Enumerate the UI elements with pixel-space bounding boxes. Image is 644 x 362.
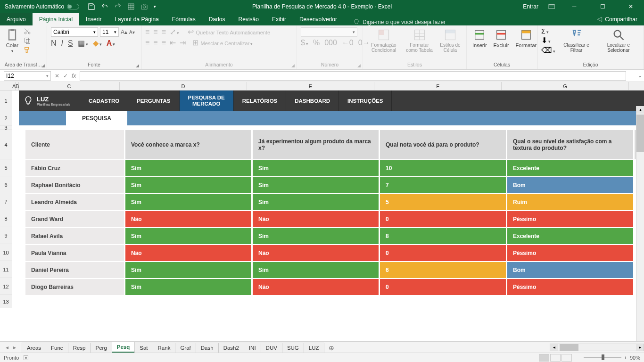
align-top-icon[interactable]: ≡ xyxy=(145,28,149,36)
cell-q2[interactable]: Sim xyxy=(253,176,380,193)
zoom-level[interactable]: 90% xyxy=(630,355,640,361)
cell-q4[interactable]: Excelente xyxy=(507,159,635,176)
spreadsheet-grid[interactable]: 12345678910111213 LUZPlanilhas Empresari… xyxy=(0,90,644,329)
ribbon-tab-layout-da-página[interactable]: Layout da Página xyxy=(108,13,165,25)
cell-client[interactable]: Rafael Avila xyxy=(25,227,125,244)
ribbon-tab-desenvolvedor[interactable]: Desenvolvedor xyxy=(293,13,344,25)
row-header-8[interactable]: 8 xyxy=(0,210,12,227)
cell-q3[interactable]: 10 xyxy=(380,159,507,176)
cell-q1[interactable]: Não xyxy=(125,210,253,227)
cell-q3[interactable]: 8 xyxy=(380,227,507,244)
tab-scroll-left-icon[interactable]: ◂ xyxy=(4,344,10,351)
row-header-11[interactable]: 11 xyxy=(0,261,12,278)
sheet-tab-pesq[interactable]: Pesq xyxy=(112,342,135,353)
cell-q1[interactable]: Sim xyxy=(125,261,253,278)
copy-icon[interactable] xyxy=(24,37,31,44)
align-right-icon[interactable]: ≡ xyxy=(162,39,166,47)
cell-q1[interactable]: Sim xyxy=(125,176,253,193)
comma-format-icon[interactable]: 000 xyxy=(324,39,337,47)
cell-q4[interactable]: Péssimo xyxy=(507,210,635,227)
number-dialog-launcher[interactable]: ◢ xyxy=(356,63,362,68)
cell-q1[interactable]: Sim xyxy=(125,227,253,244)
row-header-6[interactable]: 6 xyxy=(0,176,12,193)
expand-formula-bar-icon[interactable]: ⌄ xyxy=(636,73,644,78)
cell-q2[interactable]: Não xyxy=(253,210,380,227)
cell-q4[interactable]: Péssimo xyxy=(507,278,635,295)
align-center-icon[interactable]: ≡ xyxy=(153,39,157,47)
cell-q2[interactable]: Não xyxy=(253,244,380,261)
clipboard-dialog-launcher[interactable]: ◢ xyxy=(40,63,46,68)
border-button[interactable]: ▦ xyxy=(78,39,88,48)
sheetnav-instruções[interactable]: INSTRUÇÕES xyxy=(339,90,392,111)
cell-q4[interactable]: Ruim xyxy=(507,193,635,210)
alignment-dialog-launcher[interactable]: ◢ xyxy=(290,63,296,68)
col-header-a[interactable]: A xyxy=(12,82,16,90)
cell-q4[interactable]: Péssimo xyxy=(507,244,635,261)
sheet-tab-perg[interactable]: Perg xyxy=(90,343,112,353)
number-format-combo[interactable]: ▾ xyxy=(301,27,357,37)
cell-client[interactable]: Paula Vianna xyxy=(25,244,125,261)
scroll-right-icon[interactable]: ▸ xyxy=(636,344,644,351)
vertical-scrollbar[interactable]: ▴ xyxy=(636,106,644,341)
autosum-button[interactable]: Σ xyxy=(541,27,555,35)
macro-recorder-icon[interactable] xyxy=(23,354,29,361)
find-select-button[interactable]: Localizar e Selecionar xyxy=(597,27,640,54)
minimize-button[interactable]: ─ xyxy=(565,0,584,13)
maximize-button[interactable]: ☐ xyxy=(593,0,612,13)
sheet-tab-rank[interactable]: Rank xyxy=(153,343,176,353)
col-header-c[interactable]: C xyxy=(19,82,120,90)
cell-q1[interactable]: Não xyxy=(125,244,253,261)
cell-q4[interactable]: Excelente xyxy=(507,227,635,244)
zoom-in-button[interactable]: + xyxy=(624,355,627,361)
undo-icon[interactable] xyxy=(101,3,108,10)
row-header-5[interactable]: 5 xyxy=(0,159,12,176)
font-name-combo[interactable]: Calibri▾ xyxy=(51,27,98,37)
cell-client[interactable]: Leandro Almeida xyxy=(25,193,125,210)
name-box[interactable]: I12▾ xyxy=(4,71,51,81)
cell-q4[interactable]: Bom xyxy=(507,261,635,278)
ribbon-tab-dados[interactable]: Dados xyxy=(202,13,232,25)
underline-button[interactable]: S xyxy=(68,39,73,48)
cut-icon[interactable] xyxy=(24,27,31,35)
sheet-tab-luz[interactable]: LUZ xyxy=(304,343,324,353)
cell-q3[interactable]: 7 xyxy=(380,176,507,193)
col-header-b[interactable]: B xyxy=(16,82,19,90)
percent-format-icon[interactable]: % xyxy=(313,39,320,47)
row-header-7[interactable]: 7 xyxy=(0,193,12,210)
scroll-left-icon[interactable]: ◂ xyxy=(550,344,558,351)
cell-q2[interactable]: Sim xyxy=(253,261,380,278)
save-icon[interactable] xyxy=(88,3,95,10)
fill-button[interactable]: ⬇ xyxy=(541,36,555,45)
sheetnav-cadastro[interactable]: CADASTRO xyxy=(80,90,128,111)
cell-q3[interactable]: 5 xyxy=(380,193,507,210)
align-left-icon[interactable]: ≡ xyxy=(145,39,149,47)
sheet-tab-resp[interactable]: Resp xyxy=(68,343,91,353)
cell-client[interactable]: Daniel Pereira xyxy=(25,261,125,278)
decrease-font-icon[interactable]: A▾ xyxy=(129,30,135,35)
insert-cells-button[interactable]: Inserir xyxy=(471,27,489,49)
sheetnav-perguntas[interactable]: PERGUNTAS xyxy=(128,90,179,111)
cell-q2[interactable]: Sim xyxy=(253,227,380,244)
fx-icon[interactable]: fx xyxy=(72,73,76,79)
sheet-tab-duv[interactable]: DUV xyxy=(261,343,282,353)
sheet-tab-sug[interactable]: SUG xyxy=(282,343,304,353)
hscroll-thumb[interactable] xyxy=(560,344,578,351)
file-tab[interactable]: Arquivo xyxy=(0,13,33,25)
cell-q1[interactable]: Sim xyxy=(125,159,253,176)
ribbon-tab-exibir[interactable]: Exibir xyxy=(265,13,293,25)
align-middle-icon[interactable]: ≡ xyxy=(153,28,157,36)
format-painter-icon[interactable] xyxy=(24,46,31,54)
cell-client[interactable]: Raphael Bonifácio xyxy=(25,176,125,193)
orientation-icon[interactable]: ⤢ xyxy=(170,27,179,36)
increase-indent-icon[interactable]: ⇥ xyxy=(180,38,186,47)
sheetnav-pesquisa-de-mercado[interactable]: PESQUISA DEMERCADO xyxy=(180,90,234,111)
conditional-formatting-button[interactable]: Formatação Condicional xyxy=(367,27,401,54)
sheetnav-relatórios[interactable]: RELATÓRIOS xyxy=(234,90,287,111)
col-header-g[interactable]: G xyxy=(502,82,629,90)
accounting-format-icon[interactable]: $ xyxy=(301,39,308,47)
delete-cells-button[interactable]: Excluir xyxy=(492,27,511,49)
col-header-e[interactable]: E xyxy=(247,82,374,90)
camera-icon[interactable] xyxy=(140,3,148,10)
wrap-text-button[interactable]: ↩ Quebrar Texto Automaticamente xyxy=(188,27,270,36)
zoom-out-button[interactable]: − xyxy=(578,355,580,361)
